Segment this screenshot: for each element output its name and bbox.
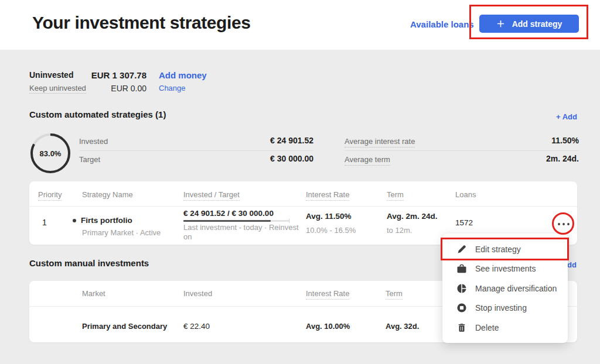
target-stat-label: Target bbox=[79, 155, 100, 164]
menu-item-label: Edit strategy bbox=[475, 245, 521, 254]
briefcase-icon bbox=[456, 263, 467, 274]
row-actions-menu: Edit strategy See investments Manage div… bbox=[442, 233, 568, 343]
menu-item-manage-diversification[interactable]: Manage diversification bbox=[442, 279, 568, 298]
add-money-link[interactable]: Add money bbox=[159, 70, 207, 80]
col-loans: Loans bbox=[455, 190, 476, 199]
automated-stats-left: Invested € 24 901.52 Target € 30 000.00 bbox=[79, 133, 313, 169]
invested-target-cell: € 24 901.52 / € 30 000.00 bbox=[183, 209, 274, 218]
col-term: Term bbox=[386, 289, 403, 300]
term-sub: to 12m. bbox=[387, 226, 412, 235]
term-cell: Avg. 32d. bbox=[386, 322, 419, 331]
automated-add-link[interactable]: + Add bbox=[519, 112, 577, 121]
trash-icon bbox=[456, 322, 467, 333]
menu-item-label: See investments bbox=[475, 264, 536, 273]
invested-sub: Last investment - today · Reinvest on bbox=[183, 223, 301, 242]
stop-icon bbox=[456, 303, 467, 313]
menu-item-see-investments[interactable]: See investments bbox=[442, 259, 568, 279]
invested-cell: € 22.40 bbox=[183, 322, 210, 331]
page-title: Your investment strategies bbox=[32, 13, 251, 33]
interest-cell: Avg. 11.50% bbox=[306, 212, 352, 221]
menu-item-edit-strategy[interactable]: Edit strategy bbox=[442, 239, 568, 259]
col-market: Market bbox=[82, 289, 105, 298]
pencil-icon bbox=[456, 244, 467, 255]
priority-cell: 1 bbox=[42, 218, 47, 227]
automated-stats-right: Average interest rate 11.50% Average ter… bbox=[345, 133, 579, 169]
keep-uninvested-label: Keep uninvested bbox=[29, 84, 86, 94]
status-bullet bbox=[73, 219, 76, 222]
available-loans-link[interactable]: Available loans bbox=[410, 19, 474, 29]
col-interest-rate: Interest Rate bbox=[306, 289, 349, 300]
manual-section-heading: Custom manual investments bbox=[29, 258, 149, 268]
ellipsis-icon bbox=[557, 222, 570, 226]
add-strategy-button[interactable]: Add strategy bbox=[479, 15, 579, 33]
interest-cell: Avg. 10.00% bbox=[306, 322, 350, 331]
row-actions-button[interactable] bbox=[554, 219, 574, 229]
menu-item-label: Delete bbox=[475, 323, 499, 332]
row-progress-bar bbox=[183, 220, 289, 222]
avg-interest-rate-value: 11.50% bbox=[551, 136, 579, 145]
avg-term-value: 2m. 24d. bbox=[546, 154, 579, 163]
avg-term-label: Average term bbox=[345, 155, 390, 166]
divider bbox=[29, 206, 577, 207]
strategy-name-sub: Primary Market · Active bbox=[82, 228, 161, 237]
progress-percent-label: 83.0% bbox=[28, 131, 73, 176]
automated-section-heading: Custom automated strategies (1) bbox=[29, 109, 166, 119]
pie-chart-icon bbox=[456, 283, 467, 294]
menu-item-label: Manage diversification bbox=[475, 284, 557, 293]
col-strategy-name: Strategy Name bbox=[82, 190, 133, 199]
progress-ring: 83.0% bbox=[28, 131, 73, 176]
col-invested-target: Invested / Target bbox=[183, 190, 240, 201]
loans-cell: 1572 bbox=[455, 218, 473, 227]
market-cell: Primary and Secondary bbox=[82, 322, 167, 331]
invested-stat-label: Invested bbox=[79, 137, 108, 146]
menu-item-delete[interactable]: Delete bbox=[442, 318, 568, 338]
uninvested-value: EUR 1 307.78 bbox=[88, 70, 146, 80]
add-strategy-label: Add strategy bbox=[512, 19, 562, 29]
term-cell: Avg. 2m. 24d. bbox=[387, 212, 438, 221]
avg-interest-rate-label: Average interest rate bbox=[345, 137, 415, 147]
invested-stat-value: € 24 901.52 bbox=[270, 136, 313, 145]
col-term: Term bbox=[387, 190, 404, 201]
col-priority: Priority bbox=[38, 190, 62, 201]
menu-item-stop-investing[interactable]: Stop investing bbox=[442, 298, 568, 318]
bar-tick bbox=[289, 219, 289, 223]
col-invested: Invested bbox=[183, 289, 212, 298]
interest-sub: 10.0% - 16.5% bbox=[306, 226, 356, 235]
top-bar: Your investment strategies Available loa… bbox=[0, 0, 600, 50]
col-interest-rate: Interest Rate bbox=[306, 190, 349, 201]
change-link[interactable]: Change bbox=[159, 84, 186, 92]
strategy-name: Firts portfolio bbox=[81, 216, 132, 225]
uninvested-label: Uninvested bbox=[29, 70, 73, 80]
menu-item-label: Stop investing bbox=[475, 303, 527, 313]
strategy-name-cell: Firts portfolio bbox=[73, 215, 132, 225]
keep-uninvested-value: EUR 0.00 bbox=[88, 84, 146, 93]
target-stat-value: € 30 000.00 bbox=[270, 154, 313, 163]
plus-icon bbox=[496, 19, 505, 28]
